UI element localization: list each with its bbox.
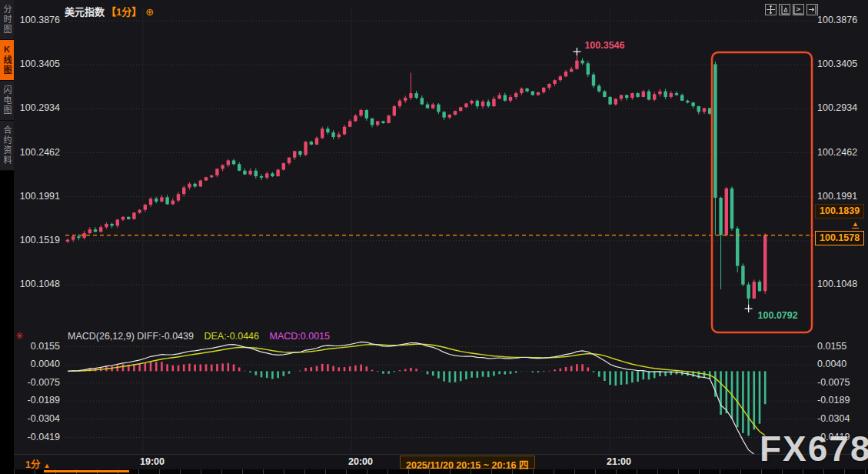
macd-axis-label-left: -0.0304	[12, 413, 60, 424]
price-axis-label-left: 100.1991	[12, 191, 60, 202]
macd-axis-label-right: 0.0155	[817, 341, 846, 352]
sidebar-tab-闪电图[interactable]: 闪电图	[0, 81, 14, 121]
timeline-scrollbar-thumb[interactable]	[44, 470, 129, 472]
time-axis-label: 20:00	[348, 456, 373, 467]
price-axis-label-left: 100.2462	[12, 147, 60, 158]
last-price-box: 100.1578	[815, 231, 864, 245]
macd-axis-label-right: -0.0304	[817, 413, 850, 424]
sidebar-tab-分时图[interactable]: 分时图	[0, 0, 14, 40]
price-axis-label-left: 100.3405	[12, 58, 60, 69]
macd-axis-label-left: 0.0155	[12, 341, 60, 352]
macd-axis-label-left: -0.0075	[12, 377, 60, 388]
chart-canvas[interactable]	[0, 0, 868, 474]
time-axis-label: 19:00	[140, 456, 165, 467]
macd-axis-label-right: -0.0189	[817, 395, 850, 406]
price-flag-icon: ▲	[852, 221, 859, 229]
price-axis-label-left: 100.2934	[12, 102, 60, 113]
macd-axis-label-left: -0.0189	[12, 395, 60, 406]
macd-axis-label-left: 0.0040	[12, 359, 60, 369]
fit-left-axis-icon[interactable]	[779, 4, 790, 15]
watermark: FX678	[760, 428, 868, 469]
low-price-label: 100.0792	[758, 310, 798, 321]
price-axis-label-right: 100.1048	[817, 279, 857, 289]
macd-axis-label-left: -0.0419	[12, 432, 60, 442]
price-axis-label-right: 100.3876	[817, 15, 857, 25]
macd-header: MACD(26,12,9) DIFF:-0.0439 DEA:-0.0446 M…	[68, 331, 330, 342]
triangle-up-icon: ▲	[43, 462, 50, 469]
time-axis-label: 21:00	[607, 456, 631, 467]
price-axis-label-right: 100.2462	[817, 147, 857, 158]
sidebar: 分时图K线图闪电图合约资料	[0, 0, 14, 474]
sidebar-tab-合约资料[interactable]: 合约资料	[0, 121, 14, 171]
price-axis-label-left: 100.1519	[12, 235, 60, 245]
price-axis-label-right: 100.1991	[817, 191, 857, 202]
macd-axis-label-right: 0.0040	[817, 359, 846, 369]
pan-icon[interactable]	[765, 4, 777, 15]
visible-range-label: 2025/11/20 20:15 ~ 20:16 四	[400, 456, 535, 469]
macd-axis-label-right: -0.0075	[817, 377, 850, 388]
price-axis-label-left: 100.3876	[12, 15, 60, 25]
indicator-settings-icon[interactable]: ⊕	[145, 6, 154, 18]
chart-title-bar: 美元指数【1分】⊕	[65, 4, 154, 18]
ref-price-box: 100.1839	[815, 204, 864, 219]
time-axis: 1分▲ 2025/11/20 20:15 ~ 20:16 四 19:0020:0…	[14, 454, 868, 469]
app-root: 分时图K线图闪电图合约资料 美元指数【1分】⊕ 100.3876100.3876…	[0, 0, 868, 474]
macd-name-diff-label: MACD(26,12,9) DIFF:-0.0439	[68, 331, 194, 342]
macd-value-label: MACD:0.0015	[270, 331, 331, 342]
price-axis-label-right: 100.3405	[817, 58, 857, 69]
fit-bottom-axis-icon[interactable]	[793, 4, 804, 15]
macd-dea-label: DEA:-0.0446	[204, 331, 259, 342]
chart-toolbar	[765, 4, 818, 15]
interval-tag-label: 【1分】	[106, 6, 141, 18]
sidebar-tab-K线图[interactable]: K线图	[0, 40, 14, 81]
interval-selector-label: 1分	[25, 459, 40, 470]
price-axis-label-right: 100.2934	[817, 102, 857, 113]
indicator-params-icon[interactable]: ✳	[15, 330, 24, 342]
price-axis-label-left: 100.1048	[12, 279, 60, 289]
timeline-scrollbar[interactable]	[14, 469, 868, 474]
go-to-latest-icon[interactable]	[806, 4, 818, 15]
symbol-title: 美元指数	[65, 6, 105, 18]
high-price-label: 100.3546	[584, 40, 624, 51]
